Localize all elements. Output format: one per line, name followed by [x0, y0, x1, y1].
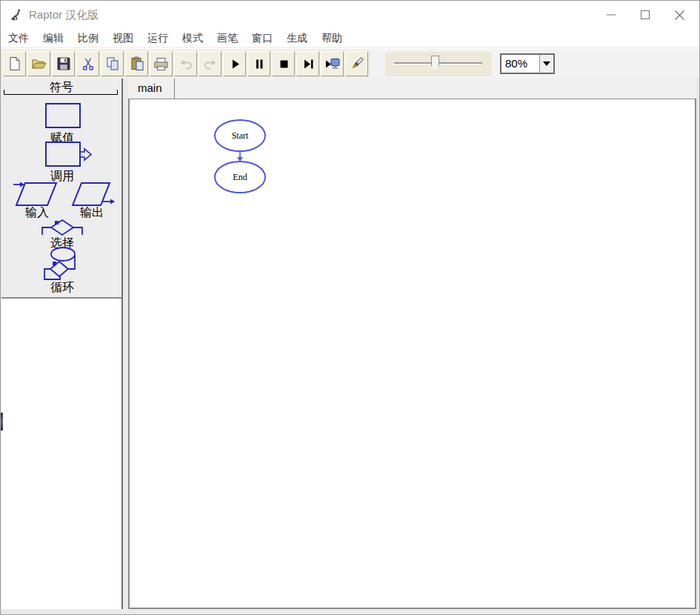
symbols-panel: 符号 赋值 调用 [1, 79, 121, 297]
flowchart-canvas[interactable]: Start End [128, 99, 696, 609]
minimize-button[interactable] [594, 1, 628, 29]
close-button[interactable] [662, 1, 696, 29]
stop-icon [276, 56, 291, 71]
paste-button[interactable] [125, 51, 148, 76]
run-console-button[interactable] [321, 51, 344, 76]
save-floppy-icon [56, 56, 71, 71]
pause-button[interactable] [247, 51, 270, 76]
maximize-button[interactable] [628, 1, 662, 29]
call-symbol[interactable] [44, 141, 93, 169]
redo-arrow-icon [203, 56, 218, 71]
cut-button[interactable] [76, 51, 99, 76]
new-document-icon [7, 56, 22, 71]
splitter-grip[interactable] [1, 413, 3, 430]
raptor-window: Raptor 汉化版 文件 编辑 比例 视图 [0, 0, 700, 615]
close-icon [675, 10, 684, 20]
open-button[interactable] [27, 51, 50, 76]
monitor-play-icon [324, 56, 341, 71]
flowchart: Start End [184, 115, 296, 198]
menu-scale[interactable]: 比例 [78, 30, 99, 47]
toolbar: 80% [1, 49, 699, 79]
stop-button[interactable] [272, 51, 295, 76]
minimize-icon [607, 10, 616, 19]
printer-icon [153, 56, 169, 71]
scissors-icon [81, 56, 96, 71]
end-node-label: End [233, 172, 247, 182]
pause-icon [252, 56, 267, 71]
step-forward-icon [301, 56, 316, 71]
titlebar: Raptor 汉化版 [1, 1, 699, 29]
chevron-down-icon [543, 62, 550, 66]
zoom-dropdown-button[interactable] [539, 55, 553, 73]
tabstrip: main [128, 79, 696, 99]
content-area: 符号 赋值 调用 [1, 79, 699, 614]
menu-generate[interactable]: 生成 [287, 30, 307, 47]
symbols-panel-header: 符号 [1, 79, 121, 96]
menu-run[interactable]: 运行 [147, 30, 168, 47]
loop-symbol-label: 循环 [1, 280, 123, 296]
watch-list-panel[interactable] [1, 297, 121, 609]
clipboard-paste-icon [130, 56, 144, 71]
maximize-icon [641, 10, 650, 19]
speed-slider [385, 52, 491, 76]
menu-file[interactable]: 文件 [8, 30, 29, 47]
print-button[interactable] [150, 51, 173, 76]
open-folder-icon [31, 56, 47, 71]
save-button[interactable] [52, 51, 75, 76]
menu-help[interactable]: 帮助 [321, 30, 342, 47]
undo-arrow-icon [179, 56, 193, 71]
menu-edit[interactable]: 编辑 [43, 30, 64, 47]
play-button[interactable] [223, 51, 246, 76]
play-icon [227, 56, 242, 71]
menu-view[interactable]: 视图 [113, 30, 133, 47]
menubar: 文件 编辑 比例 视图 运行 模式 画笔 窗口 生成 帮助 [1, 29, 699, 48]
zoom-combobox[interactable]: 80% [500, 53, 555, 74]
pen-icon [349, 56, 365, 72]
redo-button [199, 51, 221, 76]
menu-pen[interactable]: 画笔 [217, 30, 238, 47]
zoom-value: 80% [501, 55, 539, 73]
start-node-label: Start [232, 130, 249, 141]
window-controls [594, 1, 696, 29]
raptor-logo-icon [9, 7, 24, 22]
tab-main[interactable]: main [128, 79, 175, 99]
new-button[interactable] [3, 51, 26, 76]
loop-symbol[interactable] [41, 246, 83, 283]
toolbar-button-group [1, 50, 370, 78]
copy-pages-icon [105, 56, 120, 71]
assignment-symbol[interactable] [44, 102, 81, 129]
menu-mode[interactable]: 模式 [182, 30, 203, 47]
undo-button [174, 51, 197, 76]
speed-slider-thumb[interactable] [431, 56, 439, 71]
pen-button[interactable] [345, 51, 368, 76]
window-title: Raptor 汉化版 [29, 8, 99, 22]
menu-window[interactable]: 窗口 [252, 30, 273, 47]
step-button[interactable] [296, 51, 319, 76]
main-area: main Start End [128, 79, 696, 609]
left-panel: 符号 赋值 调用 [1, 79, 123, 609]
symbols-header-rule [4, 90, 118, 95]
copy-button[interactable] [101, 51, 124, 76]
